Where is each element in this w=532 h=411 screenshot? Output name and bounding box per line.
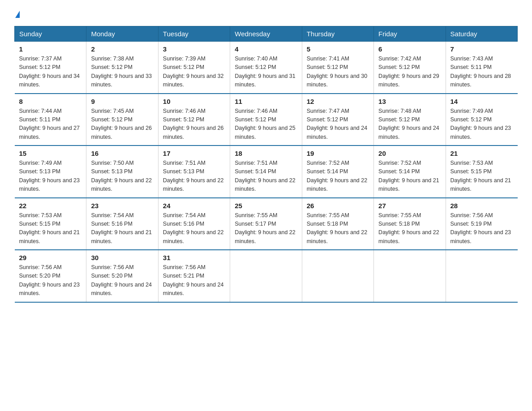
day-info: Sunrise: 7:54 AMSunset: 5:16 PMDaylight:… (163, 212, 224, 244)
calendar-week-row: 22 Sunrise: 7:53 AMSunset: 5:15 PMDaylig… (15, 198, 518, 250)
header-row: SundayMondayTuesdayWednesdayThursdayFrid… (15, 26, 518, 42)
day-info: Sunrise: 7:43 AMSunset: 5:11 PMDaylight:… (450, 56, 511, 88)
calendar-cell: 22 Sunrise: 7:53 AMSunset: 5:15 PMDaylig… (15, 198, 86, 250)
header-day-monday: Monday (86, 26, 158, 42)
calendar-week-row: 1 Sunrise: 7:37 AMSunset: 5:12 PMDayligh… (15, 42, 518, 94)
day-number: 25 (235, 202, 297, 210)
day-info: Sunrise: 7:55 AMSunset: 5:17 PMDaylight:… (235, 212, 296, 244)
day-number: 30 (91, 254, 153, 261)
day-info: Sunrise: 7:56 AMSunset: 5:20 PMDaylight:… (91, 264, 152, 296)
day-number: 20 (378, 150, 441, 157)
day-number: 22 (19, 202, 82, 210)
day-info: Sunrise: 7:40 AMSunset: 5:12 PMDaylight:… (235, 56, 296, 88)
day-info: Sunrise: 7:56 AMSunset: 5:20 PMDaylight:… (19, 264, 80, 296)
day-info: Sunrise: 7:56 AMSunset: 5:21 PMDaylight:… (163, 264, 224, 296)
calendar-cell: 1 Sunrise: 7:37 AMSunset: 5:12 PMDayligh… (15, 42, 86, 94)
day-info: Sunrise: 7:54 AMSunset: 5:16 PMDaylight:… (91, 212, 152, 244)
day-number: 17 (163, 150, 225, 157)
day-number: 28 (450, 202, 513, 210)
day-number: 13 (378, 98, 441, 105)
day-number: 11 (235, 98, 297, 105)
header-day-friday: Friday (374, 26, 446, 42)
day-number: 24 (163, 202, 225, 210)
day-info: Sunrise: 7:52 AMSunset: 5:14 PMDaylight:… (307, 160, 368, 192)
calendar-cell: 10 Sunrise: 7:46 AMSunset: 5:12 PMDaylig… (158, 94, 230, 146)
day-info: Sunrise: 7:49 AMSunset: 5:13 PMDaylight:… (19, 160, 80, 192)
calendar-cell: 30 Sunrise: 7:56 AMSunset: 5:20 PMDaylig… (86, 250, 158, 302)
day-info: Sunrise: 7:48 AMSunset: 5:12 PMDaylight:… (378, 108, 439, 140)
day-number: 10 (163, 98, 225, 105)
calendar-cell: 17 Sunrise: 7:51 AMSunset: 5:13 PMDaylig… (158, 146, 230, 198)
day-number: 6 (378, 45, 441, 53)
day-info: Sunrise: 7:42 AMSunset: 5:12 PMDaylight:… (378, 56, 439, 88)
day-info: Sunrise: 7:49 AMSunset: 5:12 PMDaylight:… (450, 108, 511, 140)
day-number: 7 (450, 45, 513, 53)
calendar-cell: 7 Sunrise: 7:43 AMSunset: 5:11 PMDayligh… (446, 42, 517, 94)
calendar-cell: 25 Sunrise: 7:55 AMSunset: 5:17 PMDaylig… (230, 198, 302, 250)
day-number: 23 (91, 202, 153, 210)
calendar-week-row: 8 Sunrise: 7:44 AMSunset: 5:11 PMDayligh… (15, 94, 518, 146)
day-number: 18 (235, 150, 297, 157)
calendar-cell (302, 250, 373, 302)
day-info: Sunrise: 7:47 AMSunset: 5:12 PMDaylight:… (307, 108, 368, 140)
calendar-cell (446, 250, 517, 302)
day-number: 2 (91, 45, 153, 53)
calendar-week-row: 15 Sunrise: 7:49 AMSunset: 5:13 PMDaylig… (15, 146, 518, 198)
calendar-body: 1 Sunrise: 7:37 AMSunset: 5:12 PMDayligh… (15, 42, 518, 302)
day-info: Sunrise: 7:56 AMSunset: 5:19 PMDaylight:… (450, 212, 511, 244)
day-number: 26 (307, 202, 369, 210)
calendar-cell: 3 Sunrise: 7:39 AMSunset: 5:12 PMDayligh… (158, 42, 230, 94)
day-number: 4 (235, 45, 297, 53)
page-header (14, 11, 518, 18)
day-info: Sunrise: 7:38 AMSunset: 5:12 PMDaylight:… (91, 56, 152, 88)
day-info: Sunrise: 7:51 AMSunset: 5:14 PMDaylight:… (235, 160, 296, 192)
calendar-cell (374, 250, 446, 302)
calendar-cell: 15 Sunrise: 7:49 AMSunset: 5:13 PMDaylig… (15, 146, 86, 198)
day-info: Sunrise: 7:46 AMSunset: 5:12 PMDaylight:… (163, 108, 224, 140)
calendar-cell: 11 Sunrise: 7:46 AMSunset: 5:12 PMDaylig… (230, 94, 302, 146)
calendar-cell: 6 Sunrise: 7:42 AMSunset: 5:12 PMDayligh… (374, 42, 446, 94)
calendar-header: SundayMondayTuesdayWednesdayThursdayFrid… (15, 26, 518, 42)
calendar-cell: 16 Sunrise: 7:50 AMSunset: 5:13 PMDaylig… (86, 146, 158, 198)
calendar-cell: 12 Sunrise: 7:47 AMSunset: 5:12 PMDaylig… (302, 94, 373, 146)
calendar-cell (230, 250, 302, 302)
calendar-cell: 8 Sunrise: 7:44 AMSunset: 5:11 PMDayligh… (15, 94, 86, 146)
day-info: Sunrise: 7:55 AMSunset: 5:18 PMDaylight:… (378, 212, 439, 244)
day-number: 9 (91, 98, 153, 105)
calendar-cell: 24 Sunrise: 7:54 AMSunset: 5:16 PMDaylig… (158, 198, 230, 250)
day-info: Sunrise: 7:50 AMSunset: 5:13 PMDaylight:… (91, 160, 152, 192)
day-info: Sunrise: 7:44 AMSunset: 5:11 PMDaylight:… (19, 108, 80, 140)
day-info: Sunrise: 7:53 AMSunset: 5:15 PMDaylight:… (19, 212, 80, 244)
header-day-thursday: Thursday (302, 26, 373, 42)
day-number: 31 (163, 254, 225, 261)
header-day-sunday: Sunday (15, 26, 86, 42)
header-day-wednesday: Wednesday (230, 26, 302, 42)
calendar-cell: 4 Sunrise: 7:40 AMSunset: 5:12 PMDayligh… (230, 42, 302, 94)
calendar-table: SundayMondayTuesdayWednesdayThursdayFrid… (14, 26, 518, 303)
day-info: Sunrise: 7:45 AMSunset: 5:12 PMDaylight:… (91, 108, 152, 140)
calendar-cell: 5 Sunrise: 7:41 AMSunset: 5:12 PMDayligh… (302, 42, 373, 94)
day-info: Sunrise: 7:46 AMSunset: 5:12 PMDaylight:… (235, 108, 296, 140)
calendar-cell: 18 Sunrise: 7:51 AMSunset: 5:14 PMDaylig… (230, 146, 302, 198)
day-number: 15 (19, 150, 82, 157)
calendar-cell: 14 Sunrise: 7:49 AMSunset: 5:12 PMDaylig… (446, 94, 517, 146)
day-info: Sunrise: 7:41 AMSunset: 5:12 PMDaylight:… (307, 56, 368, 88)
day-info: Sunrise: 7:52 AMSunset: 5:14 PMDaylight:… (378, 160, 439, 192)
calendar-cell: 19 Sunrise: 7:52 AMSunset: 5:14 PMDaylig… (302, 146, 373, 198)
logo-arrow-icon (15, 11, 20, 18)
day-number: 19 (307, 150, 369, 157)
day-info: Sunrise: 7:37 AMSunset: 5:12 PMDaylight:… (19, 56, 80, 88)
calendar-cell: 9 Sunrise: 7:45 AMSunset: 5:12 PMDayligh… (86, 94, 158, 146)
calendar-cell: 27 Sunrise: 7:55 AMSunset: 5:18 PMDaylig… (374, 198, 446, 250)
day-number: 29 (19, 254, 82, 261)
day-number: 12 (307, 98, 369, 105)
day-number: 3 (163, 45, 225, 53)
day-info: Sunrise: 7:51 AMSunset: 5:13 PMDaylight:… (163, 160, 224, 192)
day-number: 1 (19, 45, 82, 53)
day-number: 5 (307, 45, 369, 53)
day-info: Sunrise: 7:39 AMSunset: 5:12 PMDaylight:… (163, 56, 224, 88)
header-day-saturday: Saturday (446, 26, 517, 42)
day-info: Sunrise: 7:53 AMSunset: 5:15 PMDaylight:… (450, 160, 511, 192)
calendar-cell: 28 Sunrise: 7:56 AMSunset: 5:19 PMDaylig… (446, 198, 517, 250)
logo (14, 11, 20, 18)
